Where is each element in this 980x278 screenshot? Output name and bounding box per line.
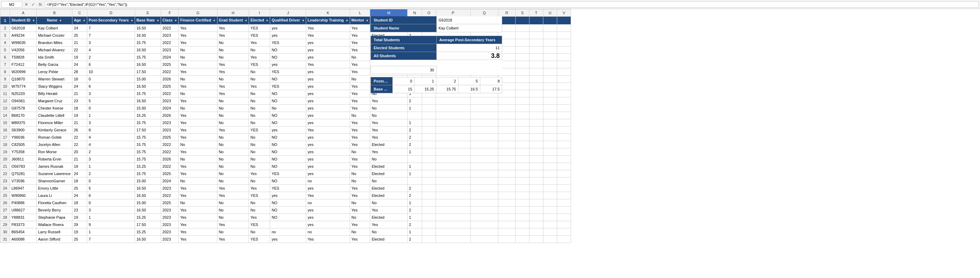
cell-extra-28-5[interactable]	[529, 214, 543, 221]
cell-H20[interactable]: No	[217, 156, 249, 163]
cell-extra-26-6[interactable]	[543, 199, 557, 206]
cell-J25[interactable]: yes	[270, 192, 306, 199]
cell-extra-29-5[interactable]	[529, 221, 543, 228]
cell-K27[interactable]: yes	[306, 206, 350, 214]
cell-N31[interactable]: 2	[407, 236, 422, 243]
cell-C19[interactable]: 20	[72, 149, 87, 156]
cell-A24[interactable]: L86947	[10, 185, 37, 192]
cell-E12[interactable]: 16.50	[135, 97, 161, 105]
cell-H3[interactable]: Yes	[217, 32, 249, 39]
cell-K17[interactable]: yes	[306, 134, 350, 141]
cell-extra-16-4[interactable]	[515, 126, 529, 134]
cell-extra-21-5[interactable]	[529, 163, 543, 170]
cell-C17[interactable]: 22	[72, 134, 87, 141]
cell-N24[interactable]: 2	[407, 185, 422, 192]
cell-C14[interactable]: 19	[72, 112, 87, 119]
cell-K7[interactable]: Yes	[306, 61, 350, 68]
cell-I16[interactable]: YES	[249, 126, 270, 134]
cell-extra-30-5[interactable]	[529, 228, 543, 236]
cell-extra-11-5[interactable]	[529, 90, 543, 97]
cell-C29[interactable]: 29	[72, 221, 87, 228]
table-row[interactable]: 18C82505Jocelyn Allen22415.752022NoNoNoN…	[0, 141, 571, 149]
cell-B5[interactable]: Michael Alvarez	[37, 46, 72, 54]
table-row[interactable]: 17Y96036Roman Goble22415.752025YesNoNoNO…	[0, 134, 571, 141]
cell-extra-4-4[interactable]	[515, 39, 529, 46]
cell-B16[interactable]: Kimberly Gerace	[37, 126, 72, 134]
cell-N15[interactable]: 1	[407, 119, 422, 126]
cell-I4[interactable]: Yes	[249, 39, 270, 46]
cell-A17[interactable]: Y96036	[10, 134, 37, 141]
cell-J29[interactable]	[270, 221, 306, 228]
cell-F9[interactable]: 2026	[161, 75, 179, 83]
cell-G24[interactable]: Yes	[179, 185, 217, 192]
cell-F2[interactable]: 2022	[161, 25, 179, 32]
cell-G22[interactable]: Yes	[179, 170, 217, 177]
cell-N18[interactable]: 2	[407, 141, 422, 149]
cell-B8[interactable]: Leroy Pirkle	[37, 68, 72, 75]
cell-F12[interactable]: 2023	[161, 97, 179, 105]
cell-K12[interactable]: yes	[306, 97, 350, 105]
cell-I23[interactable]: No	[249, 177, 270, 185]
cell-D6[interactable]: 2	[87, 54, 135, 61]
cell-E18[interactable]: 15.75	[135, 141, 161, 149]
cell-extra-22-0[interactable]	[422, 170, 436, 177]
cell-A28[interactable]: Y88831	[10, 214, 37, 221]
cell-D19[interactable]: 2	[87, 149, 135, 156]
cell-A19[interactable]: Y75358	[10, 149, 37, 156]
cell-N14[interactable]	[407, 112, 422, 119]
cell-L28[interactable]: No	[350, 214, 370, 221]
cell-extra-16-7[interactable]	[557, 126, 571, 134]
cell-G8[interactable]: Yes	[179, 68, 217, 75]
cell-extra-8-5[interactable]	[529, 68, 543, 75]
cell-C4[interactable]: 21	[72, 39, 87, 46]
cell-D26[interactable]: 0	[87, 199, 135, 206]
cell-L2[interactable]: Yes	[350, 25, 370, 32]
cell-D17[interactable]: 4	[87, 134, 135, 141]
cell-C10[interactable]: 24	[72, 83, 87, 90]
cell-extra-17-4[interactable]	[515, 134, 529, 141]
cell-G12[interactable]: Yes	[179, 97, 217, 105]
cell-L21[interactable]: Yes	[350, 163, 370, 170]
cell-G20[interactable]: No	[179, 156, 217, 163]
cell-K29[interactable]: yes	[306, 221, 350, 228]
cell-D28[interactable]: 1	[87, 214, 135, 221]
cell-N30[interactable]: 1	[407, 228, 422, 236]
cell-B12[interactable]: Margaret Cruz	[37, 97, 72, 105]
cell-extra-20-3[interactable]	[498, 156, 515, 163]
cell-B27[interactable]: Beverly Berry	[37, 206, 72, 214]
cell-L5[interactable]: Yes	[350, 46, 370, 54]
cell-extra-11-6[interactable]	[543, 90, 557, 97]
cell-I22[interactable]: Yes	[249, 170, 270, 177]
cell-G28[interactable]: Yes	[179, 214, 217, 221]
cell-extra-12-5[interactable]	[529, 97, 543, 105]
cell-L11[interactable]: Yes	[350, 90, 370, 97]
cell-extra-31-5[interactable]	[529, 236, 543, 243]
cell-extra-16-2[interactable]	[470, 126, 498, 134]
cell-extra-26-3[interactable]	[498, 199, 515, 206]
cell-F24[interactable]: 2023	[161, 185, 179, 192]
cell-J7[interactable]: yes	[270, 61, 306, 68]
cell-extra-16-6[interactable]	[543, 126, 557, 134]
cell-extra-18-7[interactable]	[557, 141, 571, 149]
cell-I6[interactable]: Yes	[249, 54, 270, 61]
cell-extra-7-7[interactable]	[557, 61, 571, 68]
cell-K22[interactable]: yes	[306, 170, 350, 177]
cell-extra-10-7[interactable]	[557, 83, 571, 90]
cell-extra-31-2[interactable]	[470, 236, 498, 243]
cell-I14[interactable]: No	[249, 112, 270, 119]
cell-extra-26-5[interactable]	[529, 199, 543, 206]
cell-I3[interactable]: YES	[249, 32, 270, 39]
cell-L4[interactable]: Yes	[350, 39, 370, 46]
cell-N17[interactable]: 2	[407, 134, 422, 141]
cell-extra-2-6[interactable]	[543, 25, 557, 32]
cell-extra-29-3[interactable]	[498, 221, 515, 228]
cell-E28[interactable]: 15.25	[135, 214, 161, 221]
cell-reference-input[interactable]: M2	[2, 2, 22, 8]
cell-F19[interactable]: 2022	[161, 149, 179, 156]
cell-G2[interactable]: Yes	[179, 25, 217, 32]
cell-extra-13-4[interactable]	[515, 105, 529, 112]
cell-G5[interactable]: No	[179, 46, 217, 54]
cell-B28[interactable]: Stephanie Papa	[37, 214, 72, 221]
cell-extra-29-1[interactable]	[436, 221, 470, 228]
cell-extra-20-4[interactable]	[515, 156, 529, 163]
